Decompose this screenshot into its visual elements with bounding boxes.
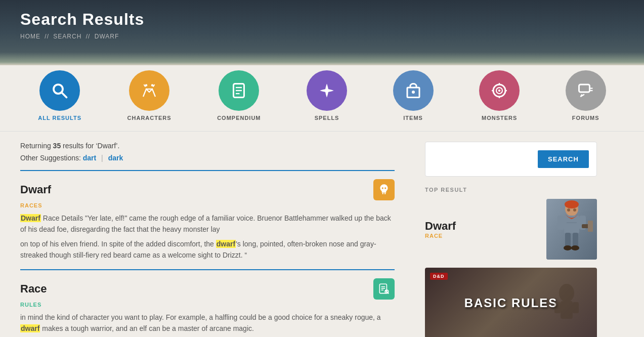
filter-characters[interactable]: CHARACTERS <box>127 70 171 121</box>
suggestions: Other Suggestions: dart | dark <box>20 154 395 162</box>
svg-rect-16 <box>579 85 589 92</box>
sidebar-search-input[interactable] <box>438 155 534 163</box>
top-result-name: Dwarf <box>425 220 538 233</box>
filter-all-label: ALL RESULTS <box>38 115 81 121</box>
svg-point-45 <box>573 208 576 212</box>
rules-icon <box>377 282 391 296</box>
basic-rules-card[interactable]: D&D BASIC RULES <box>425 268 597 337</box>
svg-point-5 <box>149 89 150 90</box>
svg-point-46 <box>559 284 574 302</box>
filter-forums[interactable]: FORUMS <box>566 70 606 121</box>
dnd-badge: D&D <box>430 273 448 280</box>
result-title-1[interactable]: Dwarf <box>20 183 51 196</box>
filter-all-circle <box>39 70 80 111</box>
svg-point-32 <box>565 200 579 208</box>
svg-rect-19 <box>382 192 383 194</box>
result-title-2[interactable]: Race <box>20 282 47 296</box>
filter-tabs: ALL RESULTS CHARACTERS COMPENDIUM <box>0 65 644 132</box>
characters-icon <box>140 81 158 100</box>
suggestion-dark[interactable]: dark <box>108 154 123 162</box>
filter-monsters[interactable]: MONSTERS <box>479 70 520 121</box>
result-text-1b: on top of his elven friend. In spite of … <box>20 238 395 261</box>
breadcrumb-home[interactable]: HOME <box>20 33 40 40</box>
basic-rules-bg <box>516 268 597 337</box>
result-category-2: RULES <box>20 302 395 308</box>
svg-line-1 <box>62 93 67 98</box>
monsters-icon <box>490 81 508 100</box>
filter-spells[interactable]: SPELLS <box>307 70 347 121</box>
divider-1 <box>20 170 395 171</box>
result-item-2: Race RULES in mind the kind of character… <box>20 278 395 334</box>
filter-characters-label: CHARACTERS <box>127 115 171 121</box>
filter-monsters-circle <box>479 70 520 111</box>
breadcrumb-search[interactable]: SEARCH <box>53 33 81 40</box>
top-result-label: TOP RESULT <box>425 187 597 193</box>
svg-point-41 <box>571 245 579 250</box>
svg-rect-20 <box>384 192 385 194</box>
filter-items[interactable]: ITEMS <box>393 70 434 121</box>
svg-point-40 <box>564 245 572 250</box>
result-badge-races <box>373 179 395 200</box>
filter-items-circle <box>393 70 434 111</box>
svg-rect-49 <box>573 302 579 313</box>
filter-all[interactable]: ALL RESULTS <box>38 70 81 121</box>
result-badge-rules <box>373 278 395 300</box>
svg-point-15 <box>498 90 501 92</box>
suggestion-dart[interactable]: dart <box>83 154 96 162</box>
filter-compendium[interactable]: COMPENDIUM <box>217 70 261 121</box>
breadcrumb-dwarf[interactable]: DWARF <box>95 33 119 40</box>
results-panel: Returning 35 results for ‘Dwarf’. Other … <box>0 132 415 337</box>
suggestions-label: Other Suggestions: <box>20 154 81 162</box>
compendium-icon <box>230 81 248 100</box>
top-result-info: Dwarf RACE <box>425 220 538 239</box>
svg-rect-34 <box>557 216 564 230</box>
svg-rect-47 <box>561 301 573 319</box>
svg-point-44 <box>567 208 570 212</box>
page-header: Search Results HOME // SEARCH // DWARF <box>0 0 644 65</box>
dwarf-character-svg <box>546 199 597 260</box>
svg-point-22 <box>384 187 386 189</box>
svg-rect-48 <box>554 302 561 313</box>
search-icon <box>51 81 69 100</box>
filter-items-label: ITEMS <box>403 115 423 121</box>
skull-icon <box>377 183 391 196</box>
filter-forums-circle <box>566 70 606 111</box>
sidebar-search-button[interactable]: SEARCH <box>538 150 589 168</box>
filter-spells-circle <box>307 70 347 111</box>
spells-icon <box>318 81 336 100</box>
svg-rect-37 <box>588 221 593 232</box>
divider-2 <box>20 269 395 270</box>
highlight-dwarf-1: Dwarf <box>20 214 41 222</box>
result-item-1: Dwarf RACES Dwarf Race Details "Yer late… <box>20 179 395 261</box>
top-result-category: RACE <box>425 233 538 239</box>
svg-point-10 <box>325 89 329 93</box>
top-result-image <box>546 199 597 260</box>
results-summary: Returning 35 results for ‘Dwarf’. <box>20 142 395 150</box>
result-title-row-2: Race <box>20 278 395 300</box>
result-title-row-1: Dwarf <box>20 179 395 200</box>
filter-forums-label: FORUMS <box>572 115 599 121</box>
top-result-card[interactable]: Dwarf RACE <box>425 199 597 260</box>
highlight-dwarf-3: dwarf <box>20 324 40 332</box>
svg-point-12 <box>412 91 415 94</box>
highlight-dwarf-2: dwarf <box>216 240 236 248</box>
filter-spells-label: SPELLS <box>315 115 339 121</box>
breadcrumb: HOME // SEARCH // DWARF <box>20 33 624 40</box>
filter-compendium-label: COMPENDIUM <box>217 115 261 121</box>
items-icon <box>404 81 422 100</box>
result-text-2: in mind the kind of character you want t… <box>20 312 395 334</box>
forums-icon <box>577 81 595 100</box>
page-title: Search Results <box>20 10 624 29</box>
result-text-1a: Dwarf Race Details "Yer late, elf!" came… <box>20 213 395 235</box>
search-box[interactable]: SEARCH <box>425 142 597 177</box>
filter-monsters-label: MONSTERS <box>482 115 517 121</box>
filter-compendium-circle <box>219 70 259 111</box>
filter-characters-circle <box>129 70 169 111</box>
sidebar: SEARCH TOP RESULT Dwarf RACE <box>415 132 607 337</box>
svg-point-21 <box>382 187 383 189</box>
result-category-1: RACES <box>20 202 395 208</box>
main-content: Returning 35 results for ‘Dwarf’. Other … <box>0 132 644 337</box>
